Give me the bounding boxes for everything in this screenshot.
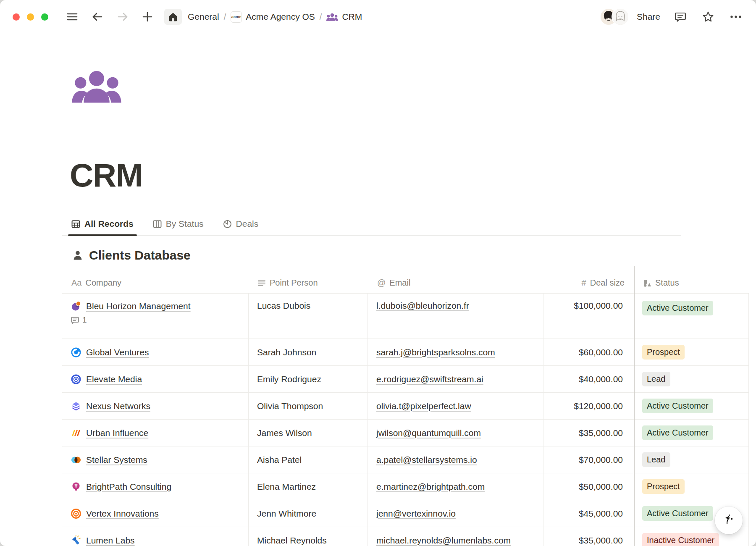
table-row[interactable]: Lumen Labs Michael Reynolds michael.reyn… — [62, 527, 749, 546]
point-person-cell[interactable]: Jenn Whitmore — [249, 500, 368, 527]
table-row[interactable]: Global Ventures Sarah Johnson sarah.j@br… — [62, 339, 749, 366]
close-window-button[interactable] — [13, 13, 20, 21]
database-title[interactable]: Clients Database — [89, 248, 191, 262]
email-link[interactable]: jenn@vertexinnov.io — [376, 509, 456, 519]
forward-button[interactable] — [116, 10, 130, 23]
column-divider[interactable] — [634, 266, 635, 546]
column-header-deal-size[interactable]: # Deal size — [543, 273, 634, 293]
company-cell[interactable]: Bleu Horizon Management 1 — [62, 294, 249, 339]
company-cell[interactable]: Stellar Systems — [62, 446, 249, 473]
status-cell[interactable]: Lead — [634, 446, 749, 473]
company-cell[interactable]: BrightPath Consulting — [62, 473, 249, 500]
breadcrumb-crm[interactable]: CRM — [326, 12, 362, 22]
tab-all-records[interactable]: All Records — [71, 219, 134, 235]
point-person-cell[interactable]: Lucas Dubois — [249, 294, 368, 339]
deal-size-cell[interactable]: $120,000.00 — [543, 393, 634, 419]
point-person-cell[interactable]: Elena Martinez — [249, 473, 368, 500]
status-cell[interactable]: Prospect — [634, 473, 749, 500]
table-row[interactable]: Bleu Horizon Management 1 Lucas Dubois l… — [62, 294, 749, 339]
email-cell[interactable]: e.rodriguez@swiftstream.ai — [368, 366, 543, 392]
column-header-point-person[interactable]: Point Person — [249, 273, 368, 293]
email-link[interactable]: michael.reynolds@lumenlabs.com — [376, 536, 511, 546]
status-cell[interactable]: Lead — [634, 366, 749, 392]
email-cell[interactable]: michael.reynolds@lumenlabs.com — [368, 527, 543, 546]
email-cell[interactable]: a.patel@stellarsystems.io — [368, 446, 543, 473]
email-cell[interactable]: sarah.j@brightsparksolns.com — [368, 339, 543, 365]
company-link[interactable]: Global Ventures — [86, 347, 149, 357]
back-button[interactable] — [90, 10, 105, 23]
column-header-status[interactable]: Status — [634, 273, 749, 293]
favorite-button[interactable] — [701, 9, 716, 24]
more-options-button[interactable] — [728, 13, 743, 21]
email-link[interactable]: a.patel@stellarsystems.io — [376, 455, 477, 465]
company-link[interactable]: Urban Influence — [86, 428, 148, 438]
point-person-cell[interactable]: Emily Rodriguez — [249, 366, 368, 392]
share-button[interactable]: Share — [637, 12, 660, 22]
email-cell[interactable]: e.martinez@brightpath.com — [368, 473, 543, 500]
breadcrumb-general[interactable]: General — [188, 12, 219, 22]
comment-count[interactable]: 1 — [71, 315, 87, 325]
company-cell[interactable]: Elevate Media — [62, 366, 249, 392]
point-person-cell[interactable]: James Wilson — [249, 420, 368, 446]
minimize-window-button[interactable] — [27, 13, 34, 21]
status-cell[interactable]: Active Customer — [634, 294, 749, 339]
point-person-cell[interactable]: Aisha Patel — [249, 446, 368, 473]
company-link[interactable]: Vertex Innovations — [86, 509, 159, 519]
comments-button[interactable] — [673, 9, 688, 24]
company-link[interactable]: Bleu Horizon Management — [86, 301, 191, 311]
deal-size-cell[interactable]: $100,000.00 — [543, 294, 634, 339]
table-row[interactable]: Elevate Media Emily Rodriguez e.rodrigue… — [62, 366, 749, 393]
company-link[interactable]: BrightPath Consulting — [86, 482, 171, 492]
status-cell[interactable]: Active Customer — [634, 420, 749, 446]
status-cell[interactable]: Active Customer — [634, 393, 749, 419]
table-row[interactable]: Stellar Systems Aisha Patel a.patel@stel… — [62, 446, 749, 473]
zoom-window-button[interactable] — [41, 13, 48, 21]
company-cell[interactable]: Urban Influence — [62, 420, 249, 446]
point-person-cell[interactable]: Michael Reynolds — [249, 527, 368, 546]
point-person-cell[interactable]: Olivia Thompson — [249, 393, 368, 419]
breadcrumb-workspace[interactable]: acme Acme Agency OS — [231, 11, 315, 23]
company-cell[interactable]: Nexus Networks — [62, 393, 249, 419]
email-link[interactable]: e.martinez@brightpath.com — [376, 482, 485, 492]
email-cell[interactable]: jwilson@quantumquill.com — [368, 420, 543, 446]
deal-size-cell[interactable]: $50,000.00 — [543, 473, 634, 500]
email-link[interactable]: sarah.j@brightsparksolns.com — [376, 347, 495, 357]
email-link[interactable]: olivia.t@pixelperfect.law — [376, 401, 471, 411]
company-cell[interactable]: Global Ventures — [62, 339, 249, 365]
deal-size-cell[interactable]: $35,000.00 — [543, 527, 634, 546]
table-row[interactable]: Nexus Networks Olivia Thompson olivia.t@… — [62, 393, 749, 420]
deal-size-cell[interactable]: $70,000.00 — [543, 446, 634, 473]
deal-size-cell[interactable]: $35,000.00 — [543, 420, 634, 446]
deal-size-cell[interactable]: $60,000.00 — [543, 339, 634, 365]
tab-deals[interactable]: Deals — [223, 219, 259, 235]
status-cell[interactable]: Prospect — [634, 339, 749, 365]
point-person-cell[interactable]: Sarah Johnson — [249, 339, 368, 365]
sidebar-toggle-button[interactable] — [65, 10, 79, 23]
email-link[interactable]: l.dubois@bleuhorizon.fr — [376, 301, 469, 311]
collaborator-avatars[interactable] — [600, 8, 629, 26]
new-page-button[interactable] — [141, 10, 154, 24]
company-cell[interactable]: Lumen Labs — [62, 527, 249, 546]
notion-ai-button[interactable] — [715, 507, 743, 534]
column-header-email[interactable]: @ Email — [368, 273, 543, 293]
company-cell[interactable]: Vertex Innovations — [62, 500, 249, 527]
company-link[interactable]: Lumen Labs — [86, 536, 135, 546]
page-title[interactable]: CRM — [70, 156, 756, 194]
column-header-company[interactable]: Aa Company — [62, 273, 249, 293]
company-link[interactable]: Elevate Media — [86, 374, 142, 384]
table-row[interactable]: BrightPath Consulting Elena Martinez e.m… — [62, 473, 749, 500]
company-link[interactable]: Nexus Networks — [86, 401, 150, 411]
page-icon-people[interactable] — [71, 68, 122, 105]
home-button[interactable] — [164, 9, 182, 25]
email-link[interactable]: e.rodriguez@swiftstream.ai — [376, 374, 483, 384]
email-cell[interactable]: olivia.t@pixelperfect.law — [368, 393, 543, 419]
email-cell[interactable]: jenn@vertexinnov.io — [368, 500, 543, 527]
table-row[interactable]: Vertex Innovations Jenn Whitmore jenn@ve… — [62, 500, 749, 527]
deal-size-cell[interactable]: $40,000.00 — [543, 366, 634, 392]
tab-by-status[interactable]: By Status — [153, 219, 204, 235]
email-cell[interactable]: l.dubois@bleuhorizon.fr — [368, 294, 543, 339]
deal-size-cell[interactable]: $45,000.00 — [543, 500, 634, 527]
company-link[interactable]: Stellar Systems — [86, 455, 147, 465]
table-row[interactable]: Urban Influence James Wilson jwilson@qua… — [62, 420, 749, 446]
email-link[interactable]: jwilson@quantumquill.com — [376, 428, 481, 438]
